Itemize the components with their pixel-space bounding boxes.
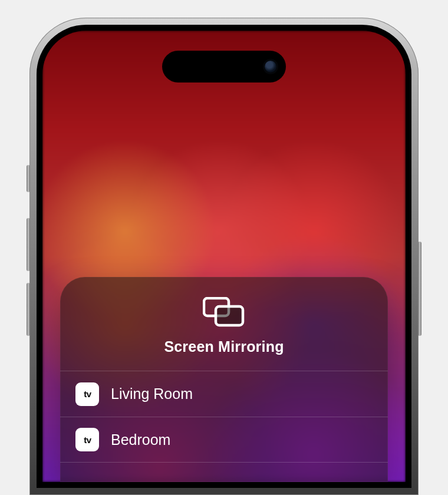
apple-tv-icon: tv <box>75 428 99 451</box>
modal-header: Screen Mirroring <box>60 277 388 371</box>
screen-mirroring-modal: Screen Mirroring tv Living Room tv Bedro… <box>60 277 388 482</box>
device-bezel: Screen Mirroring tv Living Room tv Bedro… <box>37 25 411 488</box>
device-row-living-room[interactable]: tv Living Room <box>60 371 388 417</box>
dynamic-island <box>162 51 286 82</box>
svg-rect-1 <box>216 306 243 325</box>
device-row-bedroom[interactable]: tv Bedroom <box>60 417 388 463</box>
screen-mirroring-icon <box>60 297 388 328</box>
volume-up-button <box>27 218 30 271</box>
apple-tv-text: tv <box>84 389 91 399</box>
side-power-button <box>418 242 421 336</box>
volume-down-button <box>27 283 30 336</box>
device-label: Bedroom <box>111 431 170 448</box>
device-label: Living Room <box>111 385 193 402</box>
modal-title: Screen Mirroring <box>60 338 388 355</box>
ring-silent-switch <box>27 165 30 192</box>
apple-tv-text: tv <box>84 435 91 445</box>
device-screen: Screen Mirroring tv Living Room tv Bedro… <box>42 31 406 482</box>
iphone-device-frame: Screen Mirroring tv Living Room tv Bedro… <box>29 18 419 495</box>
apple-tv-icon: tv <box>75 382 99 406</box>
